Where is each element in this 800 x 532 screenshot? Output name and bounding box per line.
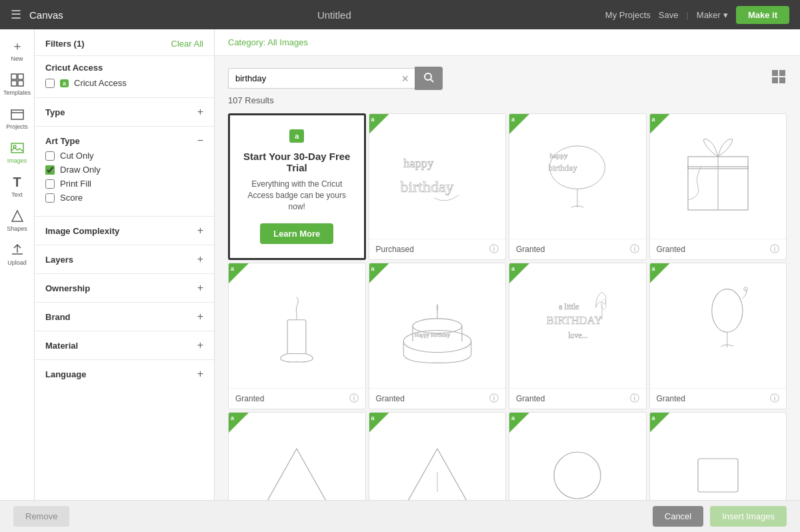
svg-text:love...: love... (568, 331, 588, 340)
art-type-print-fill[interactable]: Print Fill (45, 179, 203, 189)
filter-section-image-complexity-header[interactable]: Image Complexity + (35, 217, 214, 245)
card-footer-4: Granted ⓘ (229, 388, 365, 409)
art-type-cut-only-checkbox[interactable] (45, 151, 55, 161)
machine-selector[interactable]: Maker ▾ (697, 10, 728, 20)
app-logo: Canvas (29, 9, 63, 21)
art-type-score-checkbox[interactable] (45, 193, 55, 203)
svg-text:happy: happy (550, 151, 569, 159)
card-badge-label-6: a (511, 265, 515, 272)
shapes-icon (10, 209, 25, 223)
art-type-print-fill-checkbox[interactable] (45, 179, 55, 189)
menu-icon[interactable]: ☰ (11, 7, 21, 22)
filter-section-layers-header[interactable]: Layers + (35, 245, 214, 273)
card-info-icon-7[interactable]: ⓘ (770, 393, 779, 405)
filter-section-brand-title: Brand (45, 312, 71, 322)
card-image-area-4 (229, 263, 365, 388)
image-card-7[interactable]: a Granted ⓘ (649, 263, 787, 409)
card-info-icon-2[interactable]: ⓘ (630, 243, 639, 255)
filter-sidebar: Filters (1) Clear All Cricut Access a Cr… (35, 29, 215, 532)
document-title: Untitled (63, 9, 605, 21)
search-button[interactable] (415, 67, 443, 90)
filter-section-layers: Layers + (35, 245, 214, 273)
main-content: Category: All Images ✕ (215, 29, 800, 532)
promo-desc: Everything with the Cricut Access badge … (241, 179, 353, 212)
svg-point-24 (413, 318, 462, 333)
search-input-wrap: ✕ (228, 68, 415, 89)
card-info-icon-4[interactable]: ⓘ (349, 393, 359, 405)
promo-learn-more-button[interactable]: Learn More (260, 223, 333, 244)
filter-section-material-title: Material (45, 341, 78, 351)
topbar-divider: | (686, 10, 688, 20)
image-card-2[interactable]: a happy birthday Granted ⓘ (509, 113, 647, 260)
image-card-6[interactable]: a a little BIRTHDAY love... Granted ⓘ (509, 263, 647, 409)
image-card-1[interactable]: a happy birthday Purchased ⓘ (369, 113, 507, 260)
filter-section-ownership-title: Ownership (45, 283, 90, 293)
art-type-draw-only[interactable]: Draw Only (45, 165, 203, 175)
results-count: 107 Results (215, 95, 800, 113)
sidebar-item-templates[interactable]: Templates (0, 69, 34, 100)
card-badge-label-9: a (371, 415, 375, 421)
svg-rect-11 (779, 70, 785, 76)
cricut-access-checkbox[interactable] (45, 79, 55, 88)
plus-icon-brand: + (197, 311, 203, 323)
svg-point-32 (712, 289, 743, 332)
image-card-5[interactable]: a Happy Birthday Granted ⓘ (369, 263, 507, 409)
filter-section-ownership-header[interactable]: Ownership + (35, 274, 214, 302)
my-projects-link[interactable]: My Projects (605, 10, 651, 20)
filter-section-type-header[interactable]: Type + (35, 98, 214, 126)
filter-section-type-title: Type (45, 107, 65, 117)
card-status-1: Purchased (376, 245, 414, 254)
remove-button[interactable]: Remove (13, 506, 69, 527)
card-image-area-2: happy birthday (509, 114, 646, 239)
card-info-icon-6[interactable]: ⓘ (630, 393, 639, 405)
filter-section-image-complexity-title: Image Complexity (45, 226, 119, 236)
card-status-3: Granted (657, 245, 685, 254)
search-area: ✕ (215, 56, 800, 95)
promo-card[interactable]: a Start Your 30-Day Free Trial Everythin… (228, 113, 366, 260)
card-footer-5: Granted ⓘ (369, 388, 506, 409)
sidebar-item-images[interactable]: Images (0, 137, 34, 168)
filter-section-material-header[interactable]: Material + (35, 331, 214, 359)
filter-clear-all[interactable]: Clear All (171, 39, 203, 49)
sidebar-item-text[interactable]: T Text (0, 171, 34, 202)
svg-rect-13 (779, 77, 785, 83)
sidebar-item-projects[interactable]: Projects (0, 103, 34, 134)
filter-title: Filters (1) (45, 39, 85, 49)
filter-section-brand-header[interactable]: Brand + (35, 303, 214, 331)
cricut-access-label: Cricut Access (74, 78, 127, 88)
grid-toggle-button[interactable] (771, 69, 787, 88)
image-card-4[interactable]: a Granted ⓘ (228, 263, 366, 409)
card-info-icon-5[interactable]: ⓘ (489, 393, 499, 405)
card-image-area-1: happy birthday (369, 114, 506, 239)
plus-icon-layers: + (197, 253, 203, 265)
sidebar-item-upload[interactable]: Upload (0, 239, 34, 270)
card-info-icon-3[interactable]: ⓘ (770, 243, 779, 255)
card-info-icon-1[interactable]: ⓘ (489, 243, 499, 255)
art-type-score[interactable]: Score (45, 193, 203, 203)
insert-images-button[interactable]: Insert Images (710, 506, 787, 527)
filter-section-language-header[interactable]: Language + (35, 360, 214, 388)
cancel-button[interactable]: Cancel (653, 506, 703, 527)
svg-text:happy: happy (403, 157, 434, 170)
sidebar-item-new[interactable]: ＋ New (0, 35, 34, 66)
card-status-4: Granted (235, 394, 264, 403)
search-input[interactable] (228, 68, 415, 89)
cricut-access-badge: a (60, 79, 69, 87)
make-it-button[interactable]: Make it (736, 6, 789, 24)
filter-section-art-type-header[interactable]: Art Type − (35, 127, 214, 151)
search-row: ✕ (228, 67, 787, 90)
svg-marker-7 (12, 211, 23, 221)
save-link[interactable]: Save (659, 10, 679, 20)
art-type-cut-only-label: Cut Only (60, 151, 94, 161)
image-card-3[interactable]: a Granted ⓘ (649, 113, 787, 260)
card-badge-label-1: a (371, 116, 375, 123)
svg-text:BIRTHDAY: BIRTHDAY (547, 314, 602, 327)
sidebar-item-shapes[interactable]: Shapes (0, 205, 34, 236)
art-type-draw-only-checkbox[interactable] (45, 165, 55, 175)
cricut-access-checkbox-row[interactable]: a Cricut Access (45, 78, 203, 88)
bottom-right: Cancel Insert Images (653, 506, 787, 527)
card-footer-2: Granted ⓘ (509, 239, 646, 259)
art-type-cut-only[interactable]: Cut Only (45, 151, 203, 161)
search-clear-icon[interactable]: ✕ (401, 73, 409, 84)
search-icon (423, 72, 434, 83)
